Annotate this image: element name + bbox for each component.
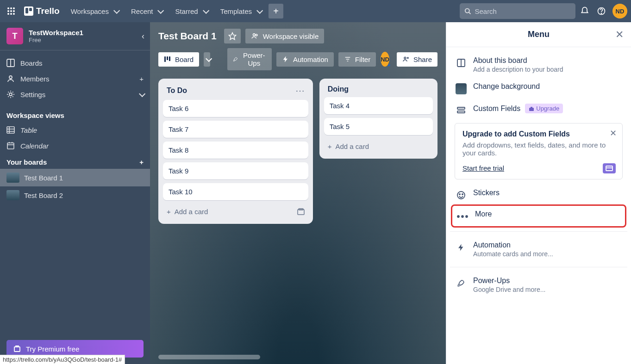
upgrade-title: Upgrade to add Custom Fields: [462, 130, 615, 138]
admin-badge-icon: »: [387, 62, 390, 68]
user-avatar[interactable]: ND: [612, 4, 627, 19]
menu-more[interactable]: ••• More: [452, 205, 625, 227]
help-icon[interactable]: [594, 4, 609, 19]
chevron-down-icon: [112, 7, 118, 15]
card[interactable]: Task 10: [163, 183, 308, 200]
status-bar-url: https://trello.com/b/yAu3QGoD/test-board…: [0, 355, 125, 364]
list-menu-icon[interactable]: ⋯: [295, 85, 305, 96]
sidebar-item-members[interactable]: Members +: [0, 71, 150, 86]
rocket-icon: [456, 278, 467, 289]
share-label: Share: [413, 56, 432, 63]
start-trial-link[interactable]: Start free trial: [462, 164, 504, 172]
sidebar-members-label: Members: [20, 75, 50, 83]
board-view-button[interactable]: Board: [158, 52, 199, 67]
horizontal-scrollbar[interactable]: [158, 355, 260, 359]
add-card-button[interactable]: + Add a card: [163, 204, 308, 219]
background-thumbnail-icon: [456, 83, 467, 94]
apps-launcher-icon[interactable]: [4, 4, 19, 19]
custom-fields-icon: [456, 105, 467, 116]
automation-label: Automation: [293, 56, 328, 63]
board-view-switch-button[interactable]: [204, 52, 210, 67]
nav-templates[interactable]: Templates: [215, 5, 267, 18]
menu-powerups[interactable]: Power-Ups Google Drive and more...: [450, 272, 627, 298]
menu-change-background[interactable]: Change background: [450, 78, 627, 99]
menu-custom-fields-label: Custom Fields: [473, 105, 520, 113]
sidebar-item-settings[interactable]: Settings: [0, 86, 150, 102]
workspace-name: TestWorkspace1: [29, 29, 136, 37]
chevron-down-icon: [255, 7, 261, 15]
menu-close-icon[interactable]: ✕: [615, 29, 624, 41]
trello-logo[interactable]: Trello: [20, 6, 63, 16]
search-icon: [464, 7, 471, 15]
upgrade-text: Add dropdowns, text fields, dates, and m…: [462, 141, 615, 157]
svg-point-0: [7, 7, 9, 9]
sidebar-view-calendar[interactable]: Calendar: [0, 138, 150, 154]
star-board-button[interactable]: [224, 29, 241, 43]
nav-templates-label: Templates: [220, 7, 252, 15]
nav-starred-label: Starred: [175, 7, 198, 15]
share-button[interactable]: Share: [397, 52, 437, 67]
add-board-icon[interactable]: +: [139, 158, 144, 166]
sidebar-board-item-1[interactable]: Test Board 1: [0, 169, 150, 186]
nav-starred[interactable]: Starred: [169, 5, 212, 18]
bolt-icon: [456, 242, 467, 253]
template-icon[interactable]: [297, 208, 305, 216]
add-card-button[interactable]: + Add a card: [324, 139, 433, 154]
premium-label: Try Premium free: [26, 345, 79, 353]
board-header: Test Board 1 Workspace visible Board Pow…: [150, 22, 446, 74]
nav-recent[interactable]: Recent: [125, 5, 168, 18]
svg-rect-11: [29, 8, 32, 11]
automation-button[interactable]: Automation: [276, 52, 334, 67]
svg-point-4: [10, 10, 12, 12]
create-button[interactable]: +: [269, 4, 283, 19]
sidebar-board-item-2[interactable]: Test Board 2: [0, 186, 150, 204]
people-icon: [251, 32, 259, 40]
menu-custom-fields[interactable]: Custom Fields Upgrade: [450, 99, 627, 120]
menu-about-board[interactable]: About this board Add a description to yo…: [450, 52, 627, 78]
calendar-icon: [6, 142, 15, 150]
upgrade-badge[interactable]: Upgrade: [525, 104, 563, 113]
chevron-down-icon[interactable]: [137, 91, 144, 99]
card[interactable]: Task 6: [163, 100, 308, 117]
board-thumbnail-icon: [6, 173, 19, 183]
sidebar-collapse-icon[interactable]: ‹: [142, 31, 144, 41]
filter-button[interactable]: Filter: [338, 52, 376, 67]
svg-point-1: [10, 7, 12, 9]
board-member-avatar[interactable]: ND»: [381, 52, 389, 67]
visibility-button[interactable]: Workspace visible: [245, 29, 325, 43]
workspace-header: T TestWorkspace1 Free ‹: [0, 22, 150, 50]
notifications-icon[interactable]: [577, 4, 592, 19]
svg-point-7: [10, 13, 12, 15]
list-title[interactable]: To Do: [167, 86, 295, 95]
add-card-label: Add a card: [175, 208, 208, 216]
visibility-label: Workspace visible: [263, 32, 319, 40]
upgrade-close-icon[interactable]: ✕: [610, 128, 617, 138]
card[interactable]: Task 7: [163, 121, 308, 138]
sidebar-view-table[interactable]: Table: [0, 122, 150, 138]
svg-point-30: [253, 34, 255, 36]
add-card-label: Add a card: [335, 142, 369, 150]
svg-point-3: [7, 10, 9, 12]
sidebar-boards-label: Boards: [20, 59, 43, 67]
card[interactable]: Task 4: [324, 97, 433, 114]
powerups-button[interactable]: Power-Ups: [227, 48, 272, 70]
menu-stickers[interactable]: Stickers: [450, 184, 627, 205]
gear-icon: [6, 90, 15, 99]
board-title[interactable]: Test Board 1: [158, 31, 219, 42]
svg-line-13: [469, 12, 471, 14]
svg-point-38: [404, 57, 406, 59]
card[interactable]: Task 8: [163, 142, 308, 159]
card[interactable]: Task 9: [163, 162, 308, 179]
nav-workspaces[interactable]: Workspaces: [65, 5, 124, 18]
menu-automation[interactable]: Automation Automate cards and more...: [450, 236, 627, 262]
more-icon: •••: [457, 211, 469, 222]
add-member-icon[interactable]: +: [139, 75, 144, 83]
search-box[interactable]: [460, 3, 575, 19]
svg-point-52: [459, 194, 460, 195]
sidebar-item-boards[interactable]: Boards: [0, 55, 150, 71]
search-input[interactable]: [475, 7, 571, 15]
bolt-icon: [282, 56, 289, 63]
upgrade-card: ✕ Upgrade to add Custom Fields Add dropd…: [455, 123, 623, 179]
list-title[interactable]: Doing: [328, 85, 429, 93]
card[interactable]: Task 5: [324, 118, 433, 135]
